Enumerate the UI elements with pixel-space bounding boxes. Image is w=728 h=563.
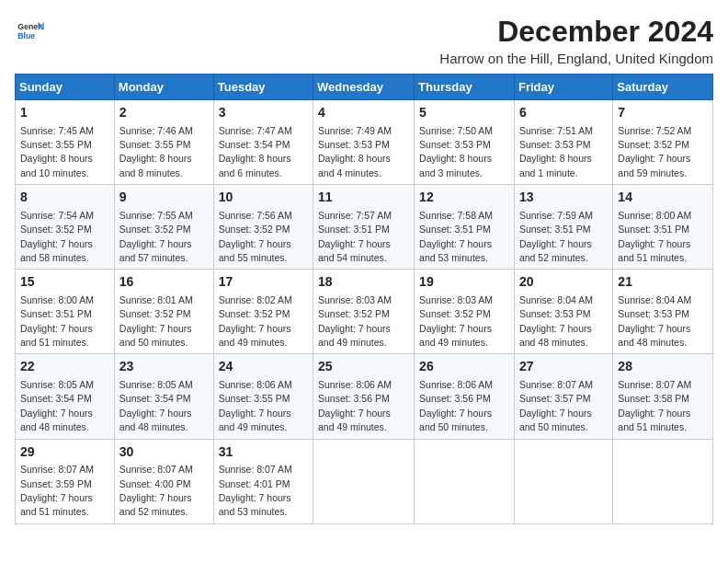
col-thursday: Thursday [415, 75, 515, 100]
table-row: 7 Sunrise: 7:52 AMSunset: 3:52 PMDayligh… [613, 100, 713, 185]
table-row: 24 Sunrise: 8:06 AMSunset: 3:55 PMDaylig… [213, 354, 313, 439]
table-row [613, 439, 713, 523]
table-row: 31 Sunrise: 8:07 AMSunset: 4:01 PMDaylig… [213, 439, 313, 523]
table-row: 21 Sunrise: 8:04 AMSunset: 3:53 PMDaylig… [613, 270, 713, 354]
table-row [415, 439, 515, 523]
table-row [514, 439, 612, 523]
page-title: December 2024 [439, 15, 713, 49]
col-sunday: Sunday [16, 75, 115, 100]
col-tuesday: Tuesday [213, 75, 313, 100]
table-row: 9 Sunrise: 7:55 AMSunset: 3:52 PMDayligh… [114, 185, 213, 270]
table-row: 29 Sunrise: 8:07 AMSunset: 3:59 PMDaylig… [16, 439, 115, 523]
col-wednesday: Wednesday [313, 75, 415, 100]
logo: General Blue [15, 15, 44, 44]
table-row [313, 439, 415, 523]
table-row: 30 Sunrise: 8:07 AMSunset: 4:00 PMDaylig… [114, 439, 213, 523]
table-row: 3 Sunrise: 7:47 AMSunset: 3:54 PMDayligh… [213, 100, 313, 185]
svg-text:Blue: Blue [17, 31, 35, 40]
table-row: 18 Sunrise: 8:03 AMSunset: 3:52 PMDaylig… [313, 270, 415, 354]
table-row: 2 Sunrise: 7:46 AMSunset: 3:55 PMDayligh… [114, 100, 213, 185]
table-row: 6 Sunrise: 7:51 AMSunset: 3:53 PMDayligh… [514, 100, 612, 185]
table-row: 17 Sunrise: 8:02 AMSunset: 3:52 PMDaylig… [213, 270, 313, 354]
table-row: 28 Sunrise: 8:07 AMSunset: 3:58 PMDaylig… [613, 354, 713, 439]
table-row: 11 Sunrise: 7:57 AMSunset: 3:51 PMDaylig… [313, 185, 415, 270]
table-row: 26 Sunrise: 8:06 AMSunset: 3:56 PMDaylig… [415, 354, 515, 439]
table-row: 13 Sunrise: 7:59 AMSunset: 3:51 PMDaylig… [514, 185, 612, 270]
table-row: 5 Sunrise: 7:50 AMSunset: 3:53 PMDayligh… [415, 100, 515, 185]
table-row: 19 Sunrise: 8:03 AMSunset: 3:52 PMDaylig… [415, 270, 515, 354]
title-block: December 2024 Harrow on the Hill, Englan… [439, 15, 713, 66]
col-saturday: Saturday [613, 75, 713, 100]
table-row: 1 Sunrise: 7:45 AMSunset: 3:55 PMDayligh… [16, 100, 115, 185]
table-row: 14 Sunrise: 8:00 AMSunset: 3:51 PMDaylig… [613, 185, 713, 270]
table-row: 12 Sunrise: 7:58 AMSunset: 3:51 PMDaylig… [415, 185, 515, 270]
table-row: 25 Sunrise: 8:06 AMSunset: 3:56 PMDaylig… [313, 354, 415, 439]
table-row: 23 Sunrise: 8:05 AMSunset: 3:54 PMDaylig… [114, 354, 213, 439]
table-row: 8 Sunrise: 7:54 AMSunset: 3:52 PMDayligh… [16, 185, 115, 270]
table-row: 20 Sunrise: 8:04 AMSunset: 3:53 PMDaylig… [514, 270, 612, 354]
logo-icon: General Blue [15, 15, 44, 44]
table-row: 27 Sunrise: 8:07 AMSunset: 3:57 PMDaylig… [514, 354, 612, 439]
table-row: 22 Sunrise: 8:05 AMSunset: 3:54 PMDaylig… [16, 354, 115, 439]
table-row: 15 Sunrise: 8:00 AMSunset: 3:51 PMDaylig… [16, 270, 115, 354]
calendar-table: Sunday Monday Tuesday Wednesday Thursday… [15, 74, 713, 524]
col-monday: Monday [114, 75, 213, 100]
table-row: 4 Sunrise: 7:49 AMSunset: 3:53 PMDayligh… [313, 100, 415, 185]
page-subtitle: Harrow on the Hill, England, United King… [439, 51, 713, 66]
col-friday: Friday [514, 75, 612, 100]
table-row: 10 Sunrise: 7:56 AMSunset: 3:52 PMDaylig… [213, 185, 313, 270]
table-row: 16 Sunrise: 8:01 AMSunset: 3:52 PMDaylig… [114, 270, 213, 354]
